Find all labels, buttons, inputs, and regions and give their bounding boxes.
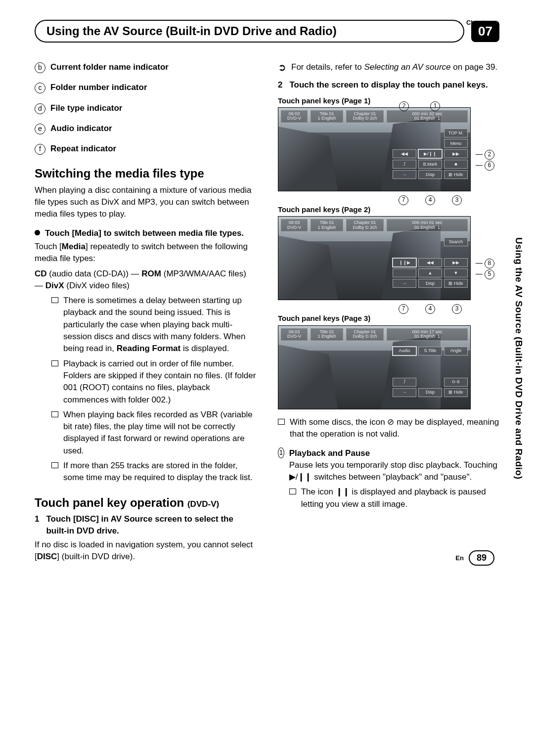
step-heading: 1 Touch [DISC] in AV Source screen to se… [35,513,256,537]
step-number: 2 [278,79,282,91]
rewind-button[interactable]: ◀◀ [418,258,442,267]
bullet-heading: Touch [Media] to switch between media fi… [35,227,256,239]
bookmark-button[interactable]: B.Mark [418,160,442,169]
note-text: The icon ❙❙ is displayed and playback is… [301,486,499,510]
body-text: When playing a disc containing a mixture… [35,184,256,221]
next-page-button[interactable]: → [393,279,416,288]
indicator-label: File type indicator [50,102,122,114]
reference-arrow-icon: ➲ [278,61,286,73]
left-column: bCurrent folder name indicator cFolder n… [35,61,256,566]
angle-button[interactable]: Angle [444,347,468,356]
step-text: Touch the screen to display the touch pa… [289,79,488,91]
circled-number: d [35,103,45,114]
top-menu-button[interactable]: TOP M. [444,129,468,137]
page-footer: En 89 [455,550,494,566]
down-button[interactable]: ▼ [444,268,468,277]
figure-caption: Touch panel keys (Page 3) [278,313,499,323]
return-button[interactable]: ⤴ [393,378,416,387]
note-text: When playing back files recorded as VBR … [63,409,256,457]
prev-track-button[interactable]: ◀◀ [393,149,416,158]
indicator-label: Folder number indicator [50,82,147,93]
next-page-button[interactable]: → [393,170,416,179]
circled-number: b [35,62,45,73]
body-text: Touch [Media] repeatedly to switch betwe… [35,241,256,265]
circled-number: f [35,144,45,155]
touch-panel-screenshot-1: 06:03DVD-V Title 011 English Chapter 01D… [278,107,471,191]
step-play-button[interactable]: ❙❙▶ [393,258,416,267]
note-text: Playback is carried out in order of file… [63,358,256,406]
disp-button[interactable]: Disp [418,388,442,397]
title-bar: Using the AV Source (Built-in DVD Drive … [35,20,499,43]
figure-caption: Touch panel keys (Page 2) [278,204,499,215]
callout-heading: Playback and Pause [289,447,499,459]
page-title: Using the AV Source (Built-in DVD Drive … [35,20,464,43]
up-button[interactable]: ▲ [418,268,442,277]
note-list: There is sometimes a delay between start… [35,295,256,484]
note-icon [289,489,296,494]
xref-row: ➲ For details, refer to Selecting an AV … [278,61,499,73]
disp-button[interactable]: Disp [418,170,442,179]
search-button[interactable]: Search [444,237,468,246]
numeric-keypad-button[interactable]: 0–9 [444,378,468,387]
note-icon [51,360,58,366]
circled-number: 1 [278,447,284,458]
figure-caption: Touch panel keys (Page 1) [278,95,499,106]
xref-text: For details, refer to Selecting an AV so… [291,61,497,73]
disp-button[interactable]: Disp [418,279,442,288]
hide-button[interactable]: ⊠ Hide [444,170,468,179]
fast-forward-button[interactable]: ▶▶ [444,258,468,267]
circled-number: c [35,83,45,93]
blank-button[interactable] [393,268,416,277]
side-tab-text: Using the AV Source (Built-in DVD Drive … [513,237,524,479]
step-number: 1 [35,513,39,537]
touch-panel-screenshot-3: 06:03DVD-V Title 011 English Chapter 01D… [278,325,471,409]
section-heading: Switching the media files type [35,167,256,180]
hide-button[interactable]: ⊠ Hide [444,388,468,397]
body-text: CD (audio data (CD-DA)) — ROM (MP3/WMA/A… [35,268,256,292]
note-text: There is sometimes a delay between start… [63,295,256,355]
audio-button[interactable]: Audio [393,347,416,356]
next-page-button[interactable]: → [393,388,416,397]
indicator-list: bCurrent folder name indicator cFolder n… [35,61,256,155]
osd-top-bar: 06:03DVD-V Title 011 English Chapter 01D… [281,328,468,341]
touch-panel-screenshot-2: 06:03DVD-V Title 011 English Chapter 01D… [278,216,471,300]
subtitle-button[interactable]: S.Title [418,347,442,356]
circled-number: e [35,124,45,134]
note-icon [278,419,285,425]
play-pause-button[interactable]: ▶/❙❙ [418,149,442,158]
osd-top-bar: 06:03DVD-V Title 011 English Chapter 01D… [281,219,468,231]
indicator-label: Repeat indicator [50,143,116,155]
osd-top-bar: 06:03DVD-V Title 011 English Chapter 01D… [281,110,468,123]
body-text: If no disc is loaded in navigation syste… [35,539,256,563]
footer-language: En [455,554,464,562]
indicator-label: Audio indicator [50,123,112,134]
hide-button[interactable]: ⊠ Hide [444,279,468,288]
section-heading: Touch panel key operation (DVD-V) [35,496,256,510]
return-button[interactable]: ⤴ [393,160,416,169]
footer-page-number: 89 [469,550,494,566]
chapter-label: Chapter [466,19,490,26]
menu-button[interactable]: Menu [444,139,468,148]
stop-button[interactable]: ■ [444,160,468,169]
right-column: ➲ For details, refer to Selecting an AV … [278,61,499,566]
note-icon [51,411,58,417]
note-text: With some discs, the icon ⊘ may be displ… [290,416,499,441]
bullet-dot-icon [35,230,40,235]
body-text: Pause lets you temporarily stop disc pla… [289,459,499,484]
note-icon [51,462,58,468]
step-heading: 2 Touch the screen to display the touch … [278,79,499,91]
note-icon [51,297,58,303]
bullet-heading-text: Touch [Media] to switch between media fi… [45,227,244,239]
next-track-button[interactable]: ▶▶ [444,149,468,158]
step-text: Touch [DISC] in AV Source screen to sele… [46,513,256,537]
note-text: If more than 255 tracks are stored in th… [63,460,256,484]
indicator-label: Current folder name indicator [50,61,169,73]
